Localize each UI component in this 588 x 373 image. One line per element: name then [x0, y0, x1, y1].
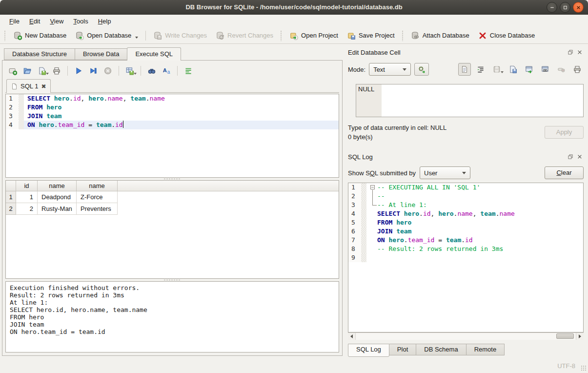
fold-margin	[361, 218, 366, 227]
save-sql-file-button[interactable]	[36, 64, 48, 77]
print-cell-button[interactable]	[571, 63, 584, 76]
bottom-tab-sql-log[interactable]: SQL Log	[348, 344, 389, 357]
save-cell-button[interactable]	[490, 63, 503, 76]
bottom-tab-plot[interactable]: Plot	[389, 344, 416, 355]
log-horizontal-scrollbar[interactable]	[348, 332, 584, 340]
tab-database-structure[interactable]: Database Structure	[4, 48, 75, 60]
fold-margin	[361, 209, 366, 218]
sql-doc-tab[interactable]: SQL 1 ✖	[6, 79, 51, 93]
tab-browse-data[interactable]: Browse Data	[75, 48, 127, 60]
word-wrap-cell-button[interactable]	[474, 63, 487, 76]
close-db-icon	[478, 31, 487, 40]
resize-grip[interactable]	[581, 365, 587, 371]
table-cell[interactable]: Z-Force	[77, 191, 118, 203]
app-window: DB Browser for SQLite - /home/user/code/…	[0, 0, 588, 373]
import-from-file-button[interactable]	[507, 63, 519, 76]
tab-execute-sql[interactable]: Execute SQL	[127, 47, 181, 61]
toolbar-button-label: Attach Database	[423, 32, 469, 39]
close-dock-button[interactable]	[576, 48, 584, 56]
code-text: JOIN team	[366, 227, 583, 236]
table-row: 22Rusty-ManPreventers	[6, 203, 339, 215]
float-dock-button[interactable]	[567, 153, 574, 161]
play-line-icon	[89, 66, 98, 75]
sql-editor[interactable]: 1SELECT hero.id, hero.name, team.name2FR…	[5, 94, 339, 178]
close-database-button[interactable]: Close Database	[474, 29, 539, 42]
menu-view[interactable]: View	[45, 16, 68, 26]
sql-log-view[interactable]: 1-- EXECUTING ALL IN 'SQL 1'2--3-- At li…	[348, 183, 584, 332]
write-changes-button[interactable]: Write Changes	[149, 29, 211, 42]
open-sql-file-button[interactable]	[21, 64, 34, 77]
cell-null-marker: NULL	[356, 84, 382, 117]
new-tab-button[interactable]	[6, 64, 19, 77]
word-wrap-button[interactable]	[182, 64, 195, 77]
auto-mode-button[interactable]	[414, 63, 429, 76]
close-x-icon	[577, 154, 583, 160]
find-button[interactable]	[145, 64, 158, 77]
fold-marker[interactable]	[370, 183, 377, 192]
table-cell[interactable]: Rusty-Man	[38, 203, 77, 215]
apply-button[interactable]: Apply	[545, 126, 584, 139]
dropdown-arrow-icon[interactable]	[46, 73, 49, 75]
toolbar-button-label: Write Changes	[165, 32, 207, 39]
table-cell[interactable]: 2	[16, 203, 38, 215]
table-cell[interactable]: 1	[16, 191, 38, 203]
code-line: 3-- At line 1:	[348, 201, 583, 209]
dropdown-arrow-icon[interactable]	[501, 71, 504, 73]
float-dock-button[interactable]	[567, 48, 574, 56]
table-cell[interactable]: Preventers	[77, 203, 118, 215]
set-as-null-button[interactable]	[555, 63, 568, 76]
row-number[interactable]: 1	[6, 191, 16, 203]
scroll-left-arrow[interactable]	[348, 333, 356, 340]
save-project-button[interactable]: Save Project	[343, 29, 399, 42]
copy-link-button[interactable]	[539, 63, 551, 76]
mode-label: Mode:	[348, 66, 365, 73]
export-to-file-button[interactable]	[523, 63, 535, 76]
mode-select[interactable]: Text	[369, 63, 411, 76]
menu-help[interactable]: Help	[94, 16, 116, 26]
clear-log-button[interactable]: Clear	[545, 166, 584, 179]
execute-current-line-button[interactable]	[87, 64, 100, 77]
new-database-button[interactable]: New Database	[9, 29, 70, 42]
cell-edit-area[interactable]	[382, 84, 583, 117]
bottom-tab-remote[interactable]: Remote	[466, 344, 505, 355]
close-tab-icon[interactable]: ✖	[41, 83, 46, 90]
attach-database-button[interactable]: Attach Database	[407, 29, 473, 42]
column-header[interactable]: name	[77, 181, 118, 191]
sql-log-title: SQL Log	[348, 153, 565, 161]
dropdown-arrow-icon[interactable]	[135, 37, 138, 39]
revert-changes-button[interactable]: Revert Changes	[212, 29, 277, 42]
open-sql-icon	[23, 66, 32, 75]
execute-all-button[interactable]	[72, 64, 85, 77]
menu-file[interactable]: File	[5, 16, 24, 26]
dropdown-arrow-icon[interactable]	[134, 73, 137, 75]
execute-sql-panel: Aa SQL 1 ✖ 1SELECT hero.id, hero.name, t…	[2, 60, 343, 356]
find-replace-button[interactable]: Aa	[160, 64, 173, 77]
row-number[interactable]: 2	[6, 203, 16, 215]
bottom-tab-db-schema[interactable]: DB Schema	[416, 344, 466, 355]
close-button[interactable]	[573, 2, 584, 13]
column-header[interactable]: name	[38, 181, 77, 191]
maximize-button[interactable]	[560, 2, 570, 13]
print-button[interactable]	[50, 64, 63, 77]
scroll-right-arrow[interactable]	[576, 333, 584, 340]
open-project-button[interactable]: Open Project	[285, 29, 342, 42]
table-cell[interactable]: Deadpond	[38, 191, 77, 203]
close-dock-button[interactable]	[576, 153, 584, 161]
fold-spacer	[370, 227, 377, 236]
toolbar-handle[interactable]	[4, 30, 6, 41]
toolbar-handle[interactable]	[402, 30, 404, 41]
toolbar-handle[interactable]	[280, 30, 283, 41]
text-view-button[interactable]	[458, 63, 471, 76]
scrollbar-track[interactable]	[356, 333, 576, 340]
log-filter-select[interactable]: User	[420, 166, 470, 179]
scrollbar-thumb[interactable]	[556, 333, 574, 339]
minimize-button[interactable]	[547, 2, 557, 13]
column-header[interactable]: id	[16, 181, 38, 191]
open-database-button[interactable]: Open Database	[71, 29, 142, 42]
save-results-button[interactable]	[123, 64, 136, 77]
menu-tools[interactable]: Tools	[69, 16, 92, 26]
cell-editor[interactable]: NULL	[356, 84, 584, 117]
sql-log-dock-header: SQL Log	[348, 151, 584, 162]
stop-button[interactable]	[101, 64, 114, 77]
menu-edit[interactable]: Edit	[25, 16, 44, 26]
